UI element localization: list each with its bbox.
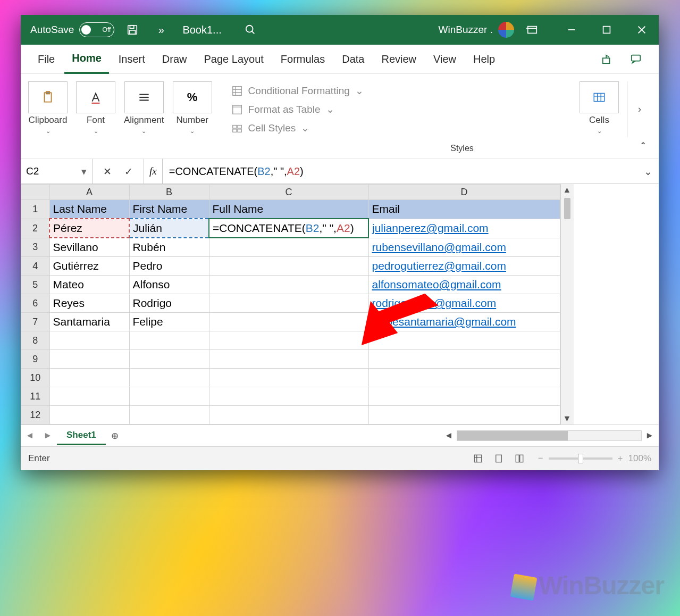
conditional-formatting-button[interactable]: Conditional Formatting ⌄ [231,81,571,100]
number-button[interactable]: % [173,81,212,113]
cell[interactable] [49,406,129,424]
row-header[interactable]: 9 [21,350,50,369]
cell[interactable]: Rubén [129,238,209,257]
scroll-left-icon[interactable]: ◄ [443,430,455,441]
cells-button[interactable] [580,81,619,113]
row-header[interactable]: 5 [21,276,50,294]
cell[interactable] [368,406,560,424]
cell[interactable] [209,387,368,406]
sheet-nav-prev[interactable]: ◄ [21,430,39,441]
cell[interactable] [209,294,368,313]
search-button[interactable] [240,19,261,40]
cell[interactable] [129,369,209,387]
worksheet-grid[interactable]: ABCD1Last NameFirst NameFull NameEmail2P… [21,184,659,424]
cell-styles-button[interactable]: Cell Styles ⌄ [231,119,571,137]
cell[interactable] [368,369,560,387]
horizontal-scrollbar[interactable]: ◄ ► [443,430,659,441]
format-as-table-button[interactable]: Format as Table ⌄ [231,100,571,119]
view-page-break-button[interactable] [510,451,528,466]
cell[interactable]: Felipe [129,313,209,331]
chevron-down-icon[interactable]: ⌄ [190,128,195,135]
row-header[interactable]: 7 [21,313,50,331]
row-header[interactable]: 10 [21,369,50,387]
zoom-slider[interactable] [549,457,612,460]
cell[interactable] [209,350,368,369]
cell[interactable] [209,406,368,424]
view-page-layout-button[interactable] [490,451,508,466]
cell[interactable] [209,331,368,350]
row-header[interactable]: 8 [21,331,50,350]
cancel-formula-button[interactable]: ✕ [100,165,115,178]
cell[interactable]: felipesantamaria@gmail.com [368,313,560,331]
font-button[interactable] [76,81,115,113]
cell[interactable] [49,350,129,369]
cell[interactable] [129,350,209,369]
autosave-toggle[interactable]: AutoSave Off [30,22,114,37]
chevron-down-icon[interactable]: ⌄ [597,128,602,135]
cell[interactable]: Sevillano [49,238,129,257]
row-header[interactable]: 11 [21,387,50,406]
cell[interactable]: rubensevillano@gmail.com [368,238,560,257]
sheet-nav-next[interactable]: ► [39,430,57,441]
cell[interactable] [49,369,129,387]
add-sheet-button[interactable]: ⊕ [106,430,124,442]
chevron-down-icon[interactable]: ⌄ [46,128,51,135]
cell[interactable] [49,331,129,350]
cell[interactable]: Email [368,200,560,219]
cell[interactable]: Last Name [49,200,129,219]
more-quick-access[interactable]: » [150,19,172,40]
row-header[interactable]: 2 [21,219,50,238]
cell[interactable]: Full Name [209,200,368,219]
account-button[interactable]: WinBuzzer . [439,22,514,38]
name-box[interactable]: C2 [21,159,93,184]
cell[interactable] [49,387,129,406]
cell[interactable] [368,350,560,369]
cell[interactable]: Pérez [49,219,129,238]
save-button[interactable] [122,19,143,40]
column-header-B[interactable]: B [129,185,209,200]
menu-home[interactable]: Home [64,45,109,74]
minimize-button[interactable] [558,19,585,40]
maximize-button[interactable] [593,19,620,40]
cell[interactable]: Pedro [129,257,209,276]
ribbon-display-button[interactable] [522,19,543,40]
chevron-down-icon[interactable]: ⌄ [141,128,146,135]
cell[interactable] [129,331,209,350]
cell[interactable] [209,257,368,276]
row-header[interactable]: 3 [21,238,50,257]
column-header-A[interactable]: A [49,185,129,200]
zoom-in-button[interactable]: + [618,453,623,464]
select-all-corner[interactable] [21,185,50,200]
cell[interactable]: =CONCATENATE(B2," ",A2) [209,219,368,238]
cell[interactable]: First Name [129,200,209,219]
cell[interactable] [129,406,209,424]
cell[interactable]: pedrogutierrez@gmail.com [368,257,560,276]
column-header-D[interactable]: D [368,185,560,200]
cell[interactable]: Santamaria [49,313,129,331]
menu-view[interactable]: View [426,45,464,73]
menu-draw[interactable]: Draw [155,45,195,73]
autosave-switch[interactable]: Off [79,22,114,37]
row-header[interactable]: 6 [21,294,50,313]
cell[interactable]: Mateo [49,276,129,294]
cell[interactable]: julianperez@gmail.com [368,219,560,238]
cell[interactable]: Reyes [49,294,129,313]
scrollbar-thumb[interactable] [457,431,568,440]
menu-formulas[interactable]: Formulas [273,45,332,73]
scroll-right-icon[interactable]: ► [644,430,656,441]
cell[interactable] [368,387,560,406]
cell[interactable]: Gutiérrez [49,257,129,276]
vertical-scrollbar[interactable]: ▲ ▼ [560,184,574,424]
cell[interactable]: alfonsomateo@gmail.com [368,276,560,294]
menu-data[interactable]: Data [334,45,372,73]
cell[interactable] [129,387,209,406]
cell[interactable] [368,331,560,350]
cell[interactable]: Julián [129,219,209,238]
row-header[interactable]: 12 [21,406,50,424]
cell[interactable]: Rodrigo [129,294,209,313]
view-normal-button[interactable] [469,451,487,466]
cell[interactable] [209,238,368,257]
zoom-control[interactable]: − + 100% [538,453,651,464]
column-header-C[interactable]: C [209,185,368,200]
row-header[interactable]: 4 [21,257,50,276]
